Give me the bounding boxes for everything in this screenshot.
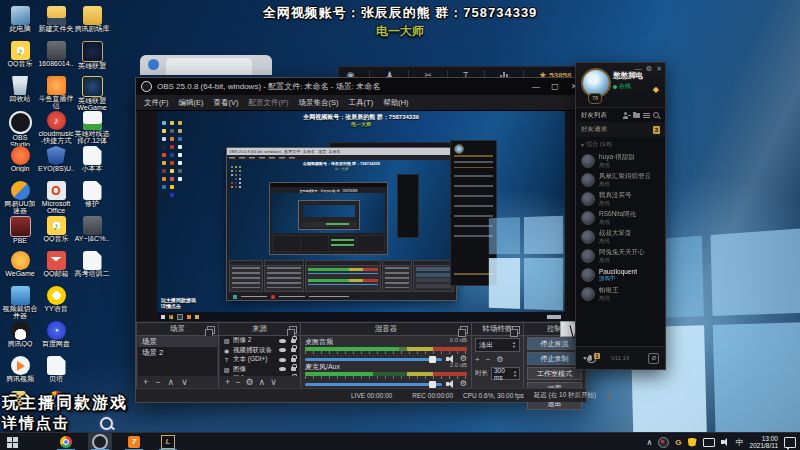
minimize-button[interactable]: — bbox=[529, 82, 543, 91]
desktop-icon[interactable]: EYO(8S)U.. bbox=[38, 146, 74, 181]
scenes-toolbar-button[interactable]: ∧ bbox=[168, 377, 175, 387]
dock-popout-icon[interactable] bbox=[207, 326, 215, 334]
desktop-icon[interactable]: 贝塔 bbox=[38, 356, 74, 391]
desktop-icon[interactable]: 腾讯剧场库 bbox=[74, 6, 110, 41]
control-button[interactable]: 停止推流 bbox=[527, 337, 582, 350]
obs-preview-area[interactable]: 全网视频账号：张辰辰的熊 群：758734339 电一大师 bbox=[137, 111, 583, 321]
desktop-icon[interactable]: 回收站 bbox=[2, 76, 38, 111]
friend-row[interactable]: 阿兔兔天天开心 离线 bbox=[576, 246, 665, 265]
friends-group-row[interactable]: ▾ 综合 (1/8) bbox=[576, 139, 665, 150]
tray-app-icon[interactable] bbox=[658, 437, 669, 448]
desktop-icon[interactable]: OBS Studio bbox=[2, 111, 38, 146]
volume-slider[interactable] bbox=[305, 383, 442, 386]
desktop-icon[interactable]: QQ音乐 bbox=[38, 216, 74, 251]
visibility-eye-icon[interactable] bbox=[279, 358, 286, 362]
spinner-icon[interactable]: ▲▼ bbox=[513, 370, 517, 378]
mic-icon[interactable] bbox=[588, 355, 592, 361]
menu-item[interactable]: 编辑(E) bbox=[179, 98, 204, 108]
folder-icon[interactable] bbox=[633, 112, 640, 119]
duration-input[interactable]: 300 ms ▲▼ bbox=[491, 367, 520, 380]
tray-speaker-icon[interactable] bbox=[721, 438, 730, 446]
friend-row[interactable]: huya·很甜甜 离线 bbox=[576, 151, 665, 170]
speaker-icon[interactable] bbox=[446, 380, 456, 388]
taskbar-douyu[interactable]: 7 bbox=[122, 433, 146, 450]
desktop-icon[interactable]: 百度网盘 bbox=[38, 321, 74, 356]
settings-gear-icon[interactable]: ⚙ bbox=[646, 65, 652, 73]
friend-row[interactable]: 帕银王 离线 bbox=[576, 284, 665, 303]
menu-item[interactable]: 帮助(H) bbox=[383, 98, 408, 108]
transition-select[interactable]: 淡出 ▲▼ bbox=[475, 338, 520, 352]
tray-expand-icon[interactable]: ∧ bbox=[646, 438, 652, 447]
taskbar-chrome[interactable] bbox=[54, 433, 78, 450]
volume-slider[interactable] bbox=[305, 358, 442, 361]
ime-indicator[interactable]: 中 bbox=[736, 437, 744, 448]
search-icon[interactable] bbox=[653, 112, 660, 119]
friend-row[interactable]: 风暴汇聚玥烷登云 离线 bbox=[576, 170, 665, 189]
visibility-eye-icon[interactable] bbox=[279, 339, 286, 343]
desktop-icon[interactable]: Microsoft Office bbox=[38, 181, 74, 216]
desktop-icon[interactable]: AY~|&C%.. bbox=[74, 216, 110, 251]
dock-popout-icon[interactable] bbox=[460, 326, 468, 334]
maximize-button[interactable]: ▢ bbox=[548, 82, 562, 91]
friend-row[interactable]: 我真没买号 离线 bbox=[576, 189, 665, 208]
desktop-icon[interactable] bbox=[74, 286, 110, 321]
source-item[interactable]: T 文本 (GDI+) bbox=[220, 355, 299, 365]
control-button[interactable]: 工作室模式 bbox=[527, 367, 582, 380]
desktop-icon[interactable]: 斗鱼直播伴侣 bbox=[38, 76, 74, 111]
menu-item[interactable]: 查看(V) bbox=[214, 98, 239, 108]
lock-icon[interactable] bbox=[291, 358, 296, 362]
taskbar-obs[interactable] bbox=[88, 433, 112, 450]
desktop-icon[interactable]: 网易UU加速器 bbox=[2, 181, 38, 216]
taskbar-clock[interactable]: 13:00 2021/8/11 bbox=[750, 435, 778, 449]
taskbar-lol[interactable]: L bbox=[156, 433, 180, 450]
close-button[interactable]: ✕ bbox=[656, 65, 662, 73]
desktop-icon[interactable]: cloudmusic -快捷方式 bbox=[38, 111, 74, 146]
desktop-icon[interactable]: QQ音乐 bbox=[2, 41, 38, 76]
sources-toolbar-button[interactable]: ⚙ bbox=[246, 377, 254, 387]
sources-toolbar-button[interactable]: ∧ bbox=[259, 377, 266, 387]
obs-titlebar[interactable]: OBS 25.0.8 (64-bit, windows) - 配置文件: 未命名… bbox=[136, 78, 586, 95]
dock-popout-icon[interactable] bbox=[289, 326, 297, 334]
menu-item[interactable]: 场景集合(S) bbox=[299, 98, 339, 108]
desktop-icon[interactable]: 腾讯QQ bbox=[2, 321, 38, 356]
add-friend-icon[interactable] bbox=[623, 112, 630, 119]
desktop-icon[interactable]: 英雄对线选择(7.12体验) bbox=[74, 111, 110, 146]
sources-toolbar-button[interactable]: − bbox=[235, 377, 240, 387]
desktop-icon[interactable]: 英雄联盟WeGame版 bbox=[74, 76, 110, 111]
friend-requests-row[interactable]: 好友请求 3 bbox=[576, 122, 665, 137]
tray-display-icon[interactable] bbox=[703, 438, 715, 447]
desktop-icon[interactable]: PBE bbox=[2, 216, 38, 251]
desktop-icon[interactable] bbox=[74, 356, 110, 391]
desktop-icon[interactable]: 英雄联盟 bbox=[74, 41, 110, 76]
desktop-icon[interactable]: 小本本 bbox=[74, 146, 110, 181]
desktop-icon[interactable]: 16086014.. bbox=[38, 41, 74, 76]
lock-icon[interactable] bbox=[291, 348, 296, 352]
menu-item[interactable]: 文件(F) bbox=[144, 98, 169, 108]
desktop-icon[interactable]: Origin bbox=[2, 146, 38, 181]
transition-toolbar-button[interactable]: − bbox=[486, 355, 491, 364]
source-item[interactable]: ◉ 视频捕获设备 bbox=[220, 346, 299, 356]
lock-icon[interactable] bbox=[291, 367, 296, 371]
minimize-button[interactable]: — bbox=[635, 65, 642, 73]
list-view-icon[interactable] bbox=[643, 112, 650, 119]
tray-g-icon[interactable]: G bbox=[675, 438, 681, 447]
friend-row[interactable]: Paucíloquent 游戏中 bbox=[576, 265, 665, 284]
desktop-icon[interactable]: 腾讯视频 bbox=[2, 356, 38, 391]
transition-toolbar-button[interactable]: ⚙ bbox=[496, 355, 503, 364]
gift-icon[interactable]: ◆ bbox=[653, 85, 659, 94]
tray-shield-icon[interactable] bbox=[688, 438, 697, 447]
desktop-icon[interactable]: QQ邮箱 bbox=[38, 251, 74, 286]
source-item[interactable]: ▨ 图像 2 bbox=[220, 336, 299, 346]
friend-row[interactable]: RS6Nita阿伦 离线 bbox=[576, 208, 665, 227]
scene-item[interactable]: 场景 2 bbox=[138, 347, 217, 358]
transition-toolbar-button[interactable]: + bbox=[475, 355, 480, 364]
menu-item[interactable]: 工具(T) bbox=[349, 98, 374, 108]
settings-gear-icon[interactable]: ⚙ bbox=[648, 353, 659, 364]
desktop-icon[interactable]: 此电脑 bbox=[2, 6, 38, 41]
desktop-icon[interactable]: YY语音 bbox=[38, 286, 74, 321]
desktop-icon[interactable]: WeGame bbox=[2, 251, 38, 286]
scene-item[interactable]: 场景 bbox=[138, 336, 217, 347]
dock-popout-icon[interactable] bbox=[512, 326, 520, 334]
lock-icon[interactable] bbox=[291, 339, 296, 343]
scenes-toolbar-button[interactable]: − bbox=[155, 377, 160, 387]
